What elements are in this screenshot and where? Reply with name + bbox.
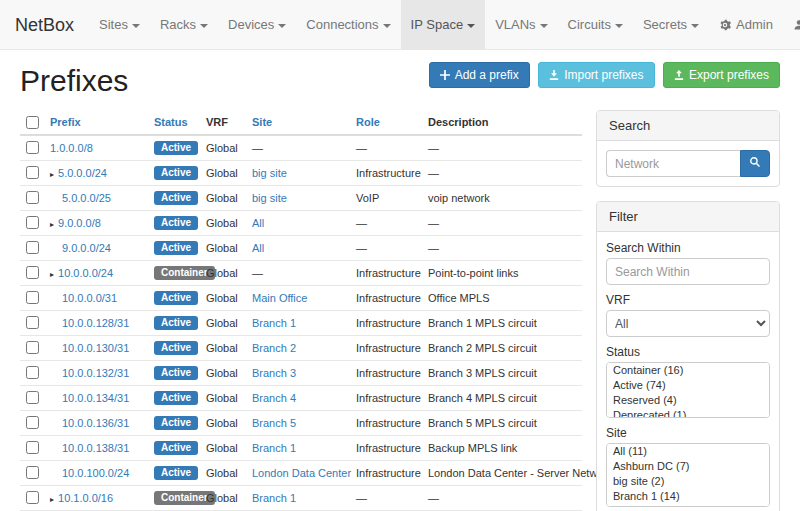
vrf-value: Global [200,435,246,460]
status-filter-option[interactable]: Reserved (4) [607,393,769,408]
nav-item-ip-space[interactable]: IP Space [401,0,486,49]
vrf-filter-label: VRF [606,293,770,307]
site-link[interactable]: Branch 1 [252,442,296,454]
column-header-role[interactable]: Role [350,110,422,135]
site-filter-option[interactable]: All (11) [607,444,769,459]
table-row: ▸10.0.0.130/31 Active Global Branch 2 In… [20,335,582,360]
site-filter-listbox[interactable]: All (11)Ashburn DC (7)big site (2)Branch… [606,443,770,507]
prefix-link[interactable]: 10.0.0.0/31 [62,292,117,304]
import-prefixes-button[interactable]: Import prefixes [538,62,654,88]
prefix-link[interactable]: 10.0.0.134/31 [62,392,129,404]
row-checkbox[interactable] [26,241,39,254]
plus-icon [440,70,450,80]
site-link[interactable]: All [252,217,264,229]
status-filter-option[interactable]: Container (16) [607,363,769,378]
site-link[interactable]: Branch 1 [252,317,296,329]
site-link[interactable]: big site [252,192,287,204]
profile-menu-item[interactable]: Profile [783,0,800,49]
table-row: ▸10.0.0.132/31 Active Global Branch 3 In… [20,360,582,385]
vrf-value: Global [200,185,246,210]
row-checkbox[interactable] [26,441,39,454]
row-checkbox[interactable] [26,391,39,404]
description-value: Branch 2 MPLS circuit [422,335,582,360]
site-filter-option[interactable]: Branch 1 (14) [607,489,769,504]
prefix-link[interactable]: 9.0.0.0/8 [58,217,101,229]
table-row: ▸10.0.0.128/31 Active Global Branch 1 In… [20,310,582,335]
export-prefixes-button[interactable]: Export prefixes [663,62,780,88]
site-filter-option[interactable]: Ashburn DC (7) [607,459,769,474]
nav-item-vlans[interactable]: VLANs [485,0,557,49]
row-checkbox[interactable] [26,341,39,354]
site-link[interactable]: London Data Center [252,467,351,479]
description-value: Branch 1 MPLS circuit [422,310,582,335]
prefix-link[interactable]: 10.0.0.138/31 [62,442,129,454]
prefix-link[interactable]: 10.0.0.0/24 [58,267,113,279]
site-link[interactable]: Main Office [252,292,307,304]
vrf-filter-select[interactable]: All [606,310,770,337]
role-value: Infrastructure [350,385,422,410]
row-checkbox[interactable] [26,141,39,154]
admin-menu-item[interactable]: Admin [709,0,783,49]
row-checkbox[interactable] [26,366,39,379]
status-filter-option[interactable]: Active (74) [607,378,769,393]
prefix-link[interactable]: 10.1.0.0/16 [58,492,113,504]
prefix-link[interactable]: 5.0.0.0/24 [58,167,107,179]
site-link[interactable]: Branch 1 [252,492,296,504]
row-checkbox[interactable] [26,316,39,329]
prefix-link[interactable]: 10.0.0.136/31 [62,417,129,429]
site-filter-option[interactable]: Branch 2 (10) [607,504,769,507]
site-link[interactable]: All [252,242,264,254]
column-header-status[interactable]: Status [148,110,200,135]
nav-item-label: Devices [228,17,274,32]
site-link[interactable]: Branch 3 [252,367,296,379]
prefix-link[interactable]: 10.0.0.130/31 [62,342,129,354]
column-header-prefix[interactable]: Prefix [44,110,148,135]
nav-item-devices[interactable]: Devices [218,0,296,49]
caret-down-icon [383,24,391,28]
site-link[interactable]: Branch 2 [252,342,296,354]
vrf-value: Global [200,285,246,310]
prefix-link[interactable]: 9.0.0.0/24 [62,242,111,254]
select-all-checkbox[interactable] [26,116,39,129]
nav-item-secrets[interactable]: Secrets [633,0,709,49]
prefix-link[interactable]: 10.0.0.128/31 [62,317,129,329]
site-link[interactable]: Branch 5 [252,417,296,429]
row-checkbox[interactable] [26,166,39,179]
vrf-value: Global [200,160,246,185]
row-checkbox[interactable] [26,216,39,229]
prefix-link[interactable]: 10.0.0.132/31 [62,367,129,379]
row-checkbox[interactable] [26,491,39,504]
search-button[interactable] [740,150,770,177]
row-checkbox[interactable] [26,291,39,304]
app-logo[interactable]: NetBox [0,0,89,49]
row-checkbox[interactable] [26,416,39,429]
table-row: ▸10.1.0.0/16 Container Global Branch 1 —… [20,485,582,510]
role-value: VoIP [350,185,422,210]
column-header-vrf: VRF [200,110,246,135]
caret-down-icon [467,24,475,28]
add-prefix-button[interactable]: Add a prefix [429,62,530,88]
site-link[interactable]: Branch 4 [252,392,296,404]
nav-item-circuits[interactable]: Circuits [558,0,633,49]
network-search-input[interactable] [606,150,740,177]
row-checkbox[interactable] [26,266,39,279]
site-link[interactable]: big site [252,167,287,179]
expand-arrow-icon: ▸ [50,495,54,504]
status-filter-listbox[interactable]: Container (16)Active (74)Reserved (4)Dep… [606,362,770,418]
prefix-link[interactable]: 10.0.100.0/24 [62,467,129,479]
status-filter-option[interactable]: Deprecated (1) [607,408,769,418]
site-filter-option[interactable]: big site (2) [607,474,769,489]
nav-item-connections[interactable]: Connections [296,0,400,49]
nav-item-sites[interactable]: Sites [89,0,150,49]
nav-item-label: Connections [306,17,378,32]
nav-item-racks[interactable]: Racks [150,0,218,49]
description-value: voip network [422,185,582,210]
table-row: ▸5.0.0.0/25 Active Global big site VoIP … [20,185,582,210]
prefix-link[interactable]: 1.0.0.0/8 [50,142,93,154]
prefix-link[interactable]: 5.0.0.0/25 [62,192,111,204]
search-within-input[interactable] [606,258,770,285]
row-checkbox[interactable] [26,191,39,204]
row-checkbox[interactable] [26,466,39,479]
column-header-site[interactable]: Site [246,110,350,135]
status-badge: Active [154,341,198,355]
